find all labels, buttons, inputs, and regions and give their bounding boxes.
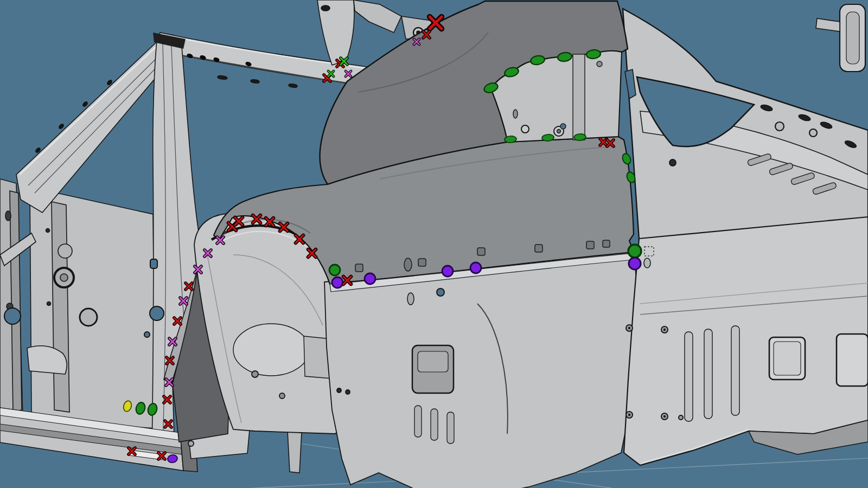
door-inner-panel xyxy=(30,187,155,428)
cad-viewport[interactable] xyxy=(0,0,868,488)
body-in-white-render xyxy=(0,0,868,488)
weld-marker-green-disc[interactable] xyxy=(329,265,340,275)
weld-marker-purple-disc[interactable] xyxy=(332,277,343,288)
weld-marker-purple-disc[interactable] xyxy=(365,273,375,284)
rear-rail-panel xyxy=(324,256,639,488)
trunk-floor-group xyxy=(624,217,868,465)
floor-rib xyxy=(704,329,712,419)
floor-rib xyxy=(685,332,693,421)
trunk-floor-panel xyxy=(624,217,868,465)
jack-stand xyxy=(288,431,302,473)
floor-rib xyxy=(731,326,739,415)
weld-marker-purple-disc[interactable] xyxy=(629,258,641,269)
weld-marker-green-disc[interactable] xyxy=(628,245,641,258)
weld-marker-purple-disc[interactable] xyxy=(442,266,453,277)
rail-rib xyxy=(414,406,422,437)
rear-rail-group xyxy=(324,256,639,488)
rail-rib xyxy=(431,409,438,440)
rail-rib xyxy=(447,412,454,444)
floor-opening xyxy=(837,334,868,386)
door-inner-vertical-bar xyxy=(52,202,69,412)
weld-marker-purple-disc[interactable] xyxy=(470,262,481,273)
